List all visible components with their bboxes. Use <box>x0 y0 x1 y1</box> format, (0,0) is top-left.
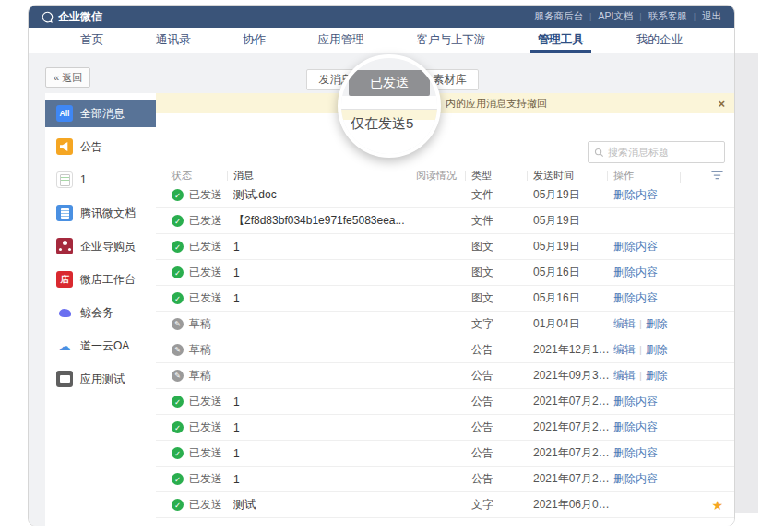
op-link[interactable]: 删除内容 <box>613 240 658 253</box>
op-link[interactable]: 删除内容 <box>613 446 658 459</box>
nav-tab[interactable]: 首页 <box>80 28 103 53</box>
search-input[interactable] <box>608 147 719 158</box>
column-header[interactable]: 类型 <box>471 169 533 183</box>
type-cell: 图文 <box>471 290 533 306</box>
op-link[interactable]: 删除内容 <box>613 420 658 433</box>
message-cell: 1 <box>233 447 416 460</box>
sidebar-item-label: 应用测试 <box>80 372 125 387</box>
whale-icon <box>56 304 73 321</box>
sidebar-item[interactable]: 腾讯微文档 <box>45 199 156 227</box>
op-link[interactable]: 编辑 <box>613 369 636 382</box>
sidebar-item-label: 公告 <box>80 139 102 155</box>
column-header[interactable]: 阅读情况 <box>416 169 471 183</box>
status-cell: 已发送 <box>172 471 233 487</box>
table-row[interactable]: 已发送1公告2021年07月20日删除内容 <box>156 467 734 492</box>
status-label: 已发送 <box>189 497 222 513</box>
tencent-docs-icon <box>56 205 73 221</box>
main-panel: 内的应用消息支持撤回 × 状态消息阅读情况类型发送时间操作 <box>156 93 734 526</box>
star-icon[interactable]: ★ <box>711 498 723 513</box>
op-link[interactable]: 删除内容 <box>613 291 658 304</box>
nav-tab[interactable]: 客户与上下游 <box>416 28 485 53</box>
topbar-link[interactable]: API文档 <box>598 10 633 23</box>
table-row[interactable]: 草稿文字01月04日编辑|删除 <box>156 312 734 337</box>
table-row[interactable]: 已发送测试文字2021年06月03日★ <box>156 492 734 518</box>
op-link[interactable]: 删除内容 <box>613 188 658 201</box>
op-link[interactable]: 删除 <box>646 317 668 330</box>
type-cell: 文字 <box>471 497 533 513</box>
nav-tab[interactable]: 协作 <box>243 28 266 53</box>
banner-close-icon[interactable]: × <box>718 93 725 113</box>
sent-status-icon <box>172 189 184 201</box>
status-cell: 已发送 <box>172 445 233 461</box>
table-row[interactable]: 草稿公告2021年09月30日编辑|删除 <box>156 363 734 389</box>
message-cell: 测试 <box>233 497 416 513</box>
op-link[interactable]: 编辑 <box>613 343 636 356</box>
table-row[interactable]: 已发送1公告2021年07月29日删除内容 <box>156 389 734 415</box>
ops-cell: 编辑|删除 <box>613 368 686 384</box>
column-header[interactable]: 操作 <box>613 169 686 183</box>
app-window: 企业微信 服务商后台|API文档|联系客服|退出 首页通讯录协作应用管理客户与上… <box>28 5 735 526</box>
nav-tab[interactable]: 管理工具 <box>538 28 584 53</box>
table-row[interactable]: 已发送1图文05月19日删除内容 <box>156 234 734 260</box>
main-nav: 首页通讯录协作应用管理客户与上下游管理工具我的企业 <box>29 28 734 53</box>
topbar-links: 服务商后台|API文档|联系客服|退出 <box>535 10 721 23</box>
type-cell: 公告 <box>471 342 533 358</box>
status-label: 草稿 <box>189 368 211 384</box>
sidebar-item[interactable]: 鲸会务 <box>45 299 156 326</box>
time-cell: 05月19日 <box>533 239 613 254</box>
topbar-link[interactable]: 联系客服 <box>648 10 687 23</box>
chat-bubble-icon <box>42 11 54 23</box>
table-body: 已发送测试.doc文件05月19日删除内容已发送【2f8d83bf034b1e9… <box>156 183 734 518</box>
table-row[interactable]: 已发送1图文05月16日删除内容 <box>156 260 734 286</box>
sidebar-item[interactable]: 应用测试 <box>45 365 156 393</box>
nav-tab[interactable]: 通讯录 <box>156 28 191 53</box>
status-label: 已发送 <box>189 420 222 435</box>
nav-tab[interactable]: 我的企业 <box>636 28 683 53</box>
op-link[interactable]: 删除内容 <box>613 266 658 278</box>
table-header-tail <box>686 171 723 181</box>
column-header[interactable]: 发送时间 <box>533 169 613 183</box>
table-row[interactable]: 已发送【2f8d83bf034b1e971fe5083eea...文件05月19… <box>156 208 734 234</box>
time-cell: 05月16日 <box>533 290 613 306</box>
nav-tab[interactable]: 应用管理 <box>318 28 364 53</box>
message-cell: 1 <box>233 241 416 254</box>
org-chart-icon <box>56 238 73 254</box>
back-button[interactable]: « 返回 <box>45 67 90 88</box>
sidebar-item[interactable]: 道一云OA <box>45 332 156 360</box>
back-button-label: « 返回 <box>54 71 82 85</box>
filter-icon[interactable] <box>711 171 723 181</box>
op-link[interactable]: 删除 <box>646 369 668 382</box>
op-link[interactable]: 删除内容 <box>613 472 658 485</box>
ops-cell: 删除内容 <box>613 290 686 306</box>
topbar-link[interactable]: 退出 <box>702 10 721 23</box>
op-link[interactable]: 删除 <box>646 343 668 356</box>
sidebar-item[interactable]: 企业导购员 <box>45 232 156 260</box>
table-row[interactable]: 已发送测试.doc文件05月19日删除内容 <box>156 183 734 208</box>
sidebar-item[interactable]: 1 <box>45 166 156 194</box>
table-row[interactable]: 草稿公告2021年12月16日编辑|删除 <box>156 337 734 363</box>
status-label: 草稿 <box>189 342 211 358</box>
status-cell: 草稿 <box>172 316 233 332</box>
message-cell: 1 <box>233 421 416 434</box>
sent-status-icon <box>172 473 184 485</box>
sidebar-item[interactable]: 店微店工作台 <box>45 266 156 293</box>
sidebar-item-label: 腾讯微文档 <box>80 206 136 221</box>
magnified-sent-tab: 已发送 <box>349 70 430 96</box>
op-link[interactable]: 删除内容 <box>613 395 658 408</box>
table-row[interactable]: 已发送1公告2021年07月20日删除内容 <box>156 441 734 467</box>
message-cell: 1 <box>233 292 416 305</box>
status-label: 已发送 <box>189 187 222 203</box>
status-cell: 已发送 <box>172 394 233 409</box>
topbar-link[interactable]: 服务商后台 <box>535 10 584 23</box>
op-link[interactable]: 编辑 <box>613 317 636 330</box>
table-row[interactable]: 已发送1图文05月16日删除内容 <box>156 286 734 312</box>
ops-cell: 编辑|删除 <box>613 342 686 358</box>
column-header[interactable]: 消息 <box>233 169 416 183</box>
sidebar-item[interactable]: All全部消息 <box>45 100 156 127</box>
sidebar-item[interactable]: 公告 <box>45 133 156 160</box>
status-label: 已发送 <box>189 239 222 254</box>
separator: | <box>639 12 641 21</box>
column-header[interactable]: 状态 <box>172 169 233 183</box>
table-row[interactable]: 已发送1公告2021年07月29日删除内容 <box>156 415 734 441</box>
status-cell: 草稿 <box>172 368 233 384</box>
